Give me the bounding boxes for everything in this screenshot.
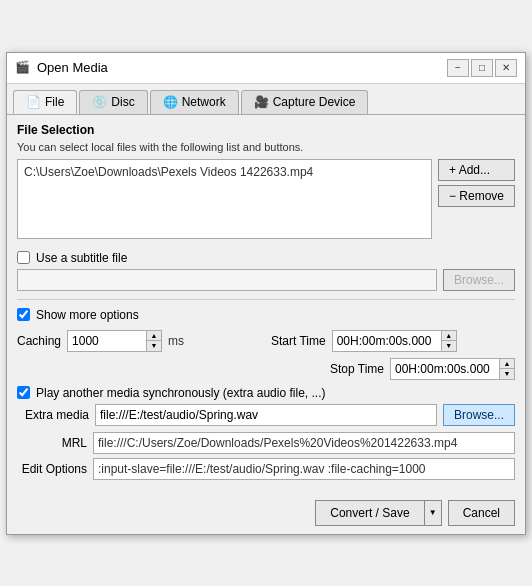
extra-media-label: Extra media xyxy=(17,408,89,422)
maximize-button[interactable]: □ xyxy=(471,59,493,77)
tab-capture[interactable]: 🎥 Capture Device xyxy=(241,90,369,114)
convert-save-wrapper: Convert / Save ▼ xyxy=(315,500,441,526)
start-time-label: Start Time xyxy=(271,334,326,348)
edit-options-input[interactable] xyxy=(93,458,515,480)
subtitle-checkbox-row: Use a subtitle file xyxy=(17,251,515,265)
stop-time-section: Stop Time ▲ ▼ xyxy=(17,358,515,380)
stop-time-arrows: ▲ ▼ xyxy=(500,358,515,380)
caching-spinner: ▲ ▼ xyxy=(67,330,162,352)
divider-1 xyxy=(17,299,515,300)
subtitle-input-row: Browse... xyxy=(17,269,515,291)
edit-options-row: Edit Options xyxy=(17,458,515,480)
mrl-row: MRL xyxy=(17,432,515,454)
show-more-label: Show more options xyxy=(36,308,139,322)
mrl-input[interactable] xyxy=(93,432,515,454)
main-window: 🎬 Open Media − □ ✕ 📄 File 💿 Disc 🌐 Netwo… xyxy=(6,52,526,535)
caching-down[interactable]: ▼ xyxy=(147,341,161,351)
caching-section: Caching ▲ ▼ ms xyxy=(17,330,261,352)
title-bar-left: 🎬 Open Media xyxy=(15,60,108,76)
caching-unit: ms xyxy=(168,334,184,348)
disc-tab-icon: 💿 xyxy=(92,95,107,109)
file-tab-icon: 📄 xyxy=(26,95,41,109)
file-section-row: C:\Users\Zoe\Downloads\Pexels Videos 142… xyxy=(17,159,515,245)
mrl-label: MRL xyxy=(17,436,87,450)
tab-disc[interactable]: 💿 Disc xyxy=(79,90,147,114)
stop-time-input[interactable] xyxy=(390,358,500,380)
play-sync-label: Play another media synchronously (extra … xyxy=(36,386,325,400)
file-list-wrapper: C:\Users\Zoe\Downloads\Pexels Videos 142… xyxy=(17,159,432,245)
disc-tab-label: Disc xyxy=(111,95,134,109)
window-controls: − □ ✕ xyxy=(447,59,517,77)
edit-options-label: Edit Options xyxy=(17,462,87,476)
subtitle-checkbox-label: Use a subtitle file xyxy=(36,251,127,265)
extra-media-input[interactable] xyxy=(95,404,437,426)
network-tab-label: Network xyxy=(182,95,226,109)
cancel-button[interactable]: Cancel xyxy=(448,500,515,526)
start-time-section: Start Time ▲ ▼ xyxy=(271,330,515,352)
subtitle-checkbox[interactable] xyxy=(17,251,30,264)
capture-tab-icon: 🎥 xyxy=(254,95,269,109)
title-bar: 🎬 Open Media − □ ✕ xyxy=(7,53,525,84)
file-controls: + Add... − Remove xyxy=(438,159,515,207)
file-list[interactable]: C:\Users\Zoe\Downloads\Pexels Videos 142… xyxy=(17,159,432,239)
stop-time-row: Stop Time ▲ ▼ xyxy=(17,358,515,380)
show-more-checkbox[interactable] xyxy=(17,308,30,321)
start-time-wrapper: ▲ ▼ xyxy=(332,330,457,352)
caching-arrows: ▲ ▼ xyxy=(147,330,162,352)
add-button[interactable]: + Add... xyxy=(438,159,515,181)
network-tab-icon: 🌐 xyxy=(163,95,178,109)
file-list-item: C:\Users\Zoe\Downloads\Pexels Videos 142… xyxy=(22,164,427,180)
show-more-row: Show more options xyxy=(17,308,515,322)
bottom-bar: Convert / Save ▼ Cancel xyxy=(7,492,525,534)
remove-button[interactable]: − Remove xyxy=(438,185,515,207)
start-time-down[interactable]: ▼ xyxy=(442,341,456,351)
main-content: File Selection You can select local file… xyxy=(7,114,525,492)
app-icon: 🎬 xyxy=(15,60,31,76)
caching-label: Caching xyxy=(17,334,61,348)
start-time-arrows: ▲ ▼ xyxy=(442,330,457,352)
stop-time-up[interactable]: ▲ xyxy=(500,359,514,369)
file-selection-title: File Selection xyxy=(17,123,515,137)
caching-input[interactable] xyxy=(67,330,147,352)
convert-save-button[interactable]: Convert / Save xyxy=(315,500,423,526)
caching-time-row: Caching ▲ ▼ ms Start Time ▲ ▼ xyxy=(17,330,515,352)
play-sync-checkbox[interactable] xyxy=(17,386,30,399)
stop-time-down[interactable]: ▼ xyxy=(500,369,514,379)
convert-save-dropdown[interactable]: ▼ xyxy=(424,500,442,526)
tab-file[interactable]: 📄 File xyxy=(13,90,77,114)
subtitle-input[interactable] xyxy=(17,269,437,291)
tab-network[interactable]: 🌐 Network xyxy=(150,90,239,114)
stop-time-label: Stop Time xyxy=(330,362,384,376)
extra-browse-button[interactable]: Browse... xyxy=(443,404,515,426)
window-title: Open Media xyxy=(37,60,108,75)
capture-tab-label: Capture Device xyxy=(273,95,356,109)
play-sync-row: Play another media synchronously (extra … xyxy=(17,386,515,400)
tab-bar: 📄 File 💿 Disc 🌐 Network 🎥 Capture Device xyxy=(7,84,525,114)
caching-up[interactable]: ▲ xyxy=(147,331,161,341)
stop-time-wrapper: ▲ ▼ xyxy=(390,358,515,380)
start-time-up[interactable]: ▲ xyxy=(442,331,456,341)
file-selection-desc: You can select local files with the foll… xyxy=(17,141,515,153)
extra-media-row: Extra media Browse... xyxy=(17,404,515,426)
start-time-input[interactable] xyxy=(332,330,442,352)
subtitle-browse-button[interactable]: Browse... xyxy=(443,269,515,291)
close-button[interactable]: ✕ xyxy=(495,59,517,77)
file-tab-label: File xyxy=(45,95,64,109)
minimize-button[interactable]: − xyxy=(447,59,469,77)
